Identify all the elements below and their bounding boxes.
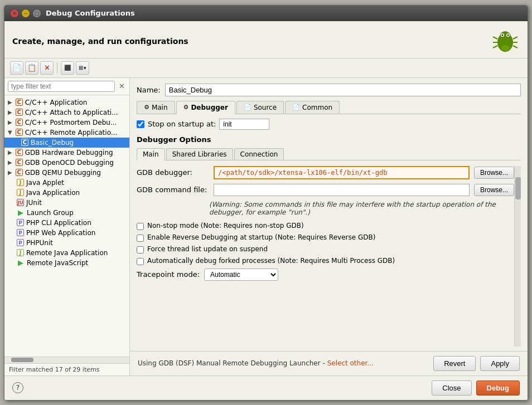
nonstop-checkbox[interactable] xyxy=(137,223,144,230)
tab-source-label: Source xyxy=(254,104,277,111)
c-icon: C xyxy=(16,169,23,176)
tracepoint-select[interactable]: Automatic Fast Tracepoint Normal Tracepo… xyxy=(204,269,278,281)
debug-button[interactable]: Debug xyxy=(476,380,520,396)
source-tab-icon: 📄 xyxy=(244,104,252,111)
v-scroll-thumb[interactable] xyxy=(515,177,521,199)
list-item-basic-debug[interactable]: C Basic_Debug xyxy=(4,138,129,148)
filter-clear-button[interactable]: ✕ xyxy=(117,82,126,91)
list-item[interactable]: ▶ C C/C++ Attach to Applicati... xyxy=(4,108,129,118)
h-scroll-thumb[interactable] xyxy=(11,358,33,362)
collapse-arrow: ▶ xyxy=(8,109,12,115)
config-name-input[interactable] xyxy=(165,84,521,96)
gdb-command-file-input[interactable] xyxy=(214,184,470,196)
close-button[interactable]: Close xyxy=(432,380,471,396)
list-item[interactable]: J Java Applet xyxy=(4,178,129,188)
list-item[interactable]: P PHP CLI Application xyxy=(4,218,129,228)
tab-common-label: Common xyxy=(302,104,332,111)
new-config-button[interactable]: 📄 xyxy=(10,61,23,75)
svg-line-8 xyxy=(493,46,497,48)
reverse-debug-option: Enable Reverse Debugging at startup (Not… xyxy=(137,233,514,242)
list-item[interactable]: ▶ Remote JavaScript xyxy=(4,258,129,268)
svg-line-6 xyxy=(493,37,497,39)
delete-config-button[interactable]: ✕ xyxy=(40,61,54,75)
svg-point-12 xyxy=(501,45,510,51)
right-panel-outer: Name: ⚙ Main ⚙ Debugger 📄 Source xyxy=(130,78,528,375)
nonstop-option: Non-stop mode (Note: Requires non-stop G… xyxy=(137,222,514,230)
minimize-window-button[interactable]: − xyxy=(21,9,30,18)
bottom-info: Using GDB (DSF) Manual Remote Debugging … xyxy=(138,359,429,367)
stop-on-startup-checkbox[interactable] xyxy=(137,120,144,128)
item-label: GDB OpenOCD Debugging xyxy=(25,159,114,167)
window-controls: ✕ − □ xyxy=(10,9,41,18)
main-content: ✕ ▶ C C/C++ Application ▶ C C/C++ Attach… xyxy=(4,78,528,375)
inner-tab-connection[interactable]: Connection xyxy=(234,148,284,160)
inner-tab-connection-label: Connection xyxy=(240,150,278,158)
maximize-window-button[interactable]: □ xyxy=(32,9,41,18)
reverse-debug-label: Enable Reverse Debugging at startup (Not… xyxy=(147,233,375,241)
item-label: GDB Hardware Debugging xyxy=(25,149,113,157)
java-icon: J xyxy=(17,249,24,256)
forked-processes-option: Automatically debug forked processes (No… xyxy=(137,257,514,265)
inner-tabs: Main Shared Libraries Connection xyxy=(137,148,521,160)
help-button[interactable]: ? xyxy=(12,382,23,393)
inner-tab-shared-libraries-label: Shared Libraries xyxy=(172,150,227,158)
list-item-java-application[interactable]: J Java Application xyxy=(4,188,129,198)
svg-point-5 xyxy=(507,34,509,36)
inner-tab-main-label: Main xyxy=(143,150,159,158)
launch-icon: ▶ xyxy=(17,209,25,217)
list-item[interactable]: P PHP Web Application xyxy=(4,228,129,238)
stop-on-startup-row: Stop on startup at: xyxy=(137,119,521,130)
svg-point-4 xyxy=(502,34,504,36)
list-item[interactable]: ▶ Launch Group xyxy=(4,208,129,218)
force-thread-checkbox[interactable] xyxy=(137,246,144,253)
list-item[interactable]: JU JUnit xyxy=(4,198,129,208)
stop-on-startup-input[interactable] xyxy=(219,119,269,130)
filter-input[interactable] xyxy=(8,81,115,92)
list-item[interactable]: ▶ C GDB QEMU Debugging xyxy=(4,168,129,178)
tab-common[interactable]: 📄 Common xyxy=(285,101,340,114)
duplicate-config-button[interactable]: 📋 xyxy=(25,61,38,75)
revert-button[interactable]: Revert xyxy=(433,356,476,371)
tab-main[interactable]: ⚙ Main xyxy=(137,101,175,114)
list-item-remote-java[interactable]: J Remote Java Application xyxy=(4,248,129,258)
tab-source[interactable]: 📄 Source xyxy=(236,101,284,114)
warning-text: (Warning: Some commands in this file may… xyxy=(137,201,514,216)
name-label: Name: xyxy=(137,86,161,94)
apply-button[interactable]: Apply xyxy=(480,356,520,371)
left-panel: ✕ ▶ C C/C++ Application ▶ C C/C++ Attach… xyxy=(4,78,130,375)
list-item[interactable]: ▶ C C/C++ Application xyxy=(4,97,129,108)
forked-processes-checkbox[interactable] xyxy=(137,258,144,265)
c-icon: C xyxy=(16,119,23,126)
inner-tab-main[interactable]: Main xyxy=(137,148,165,160)
list-item[interactable]: P PHPUnit xyxy=(4,238,129,248)
gdb-debugger-browse-button[interactable]: Browse... xyxy=(474,167,514,179)
list-item[interactable]: ▼ C C/C++ Remote Applicatio... xyxy=(4,128,129,138)
debugger-tab-icon: ⚙ xyxy=(183,104,189,111)
gdb-command-file-browse-button[interactable]: Browse... xyxy=(474,184,514,196)
list-item[interactable]: ▶ C GDB OpenOCD Debugging xyxy=(4,158,129,168)
java-icon: J xyxy=(17,179,24,186)
tab-debugger[interactable]: ⚙ Debugger xyxy=(176,101,235,114)
horizontal-scrollbar[interactable] xyxy=(4,357,129,363)
gdb-debugger-input[interactable] xyxy=(214,166,470,179)
list-item[interactable]: ▶ C GDB Hardware Debugging xyxy=(4,148,129,158)
gdb-debugger-label: GDB debugger: xyxy=(137,168,209,177)
svg-line-9 xyxy=(513,37,518,39)
vertical-scrollbar[interactable] xyxy=(514,166,521,347)
delete-icon: ✕ xyxy=(44,64,50,72)
inner-tab-shared-libraries[interactable]: Shared Libraries xyxy=(166,148,233,160)
close-window-button[interactable]: ✕ xyxy=(10,9,19,18)
select-other-link[interactable]: Select other... xyxy=(327,359,374,367)
debug-configurations-dialog: ✕ − □ Debug Configurations Create, manag… xyxy=(4,5,528,401)
expand-all-button[interactable]: ⊞ ▾ xyxy=(76,61,89,75)
item-label: PHP CLI Application xyxy=(26,219,91,227)
outer-tabs: ⚙ Main ⚙ Debugger 📄 Source 📄 Common xyxy=(137,101,521,114)
list-item[interactable]: ▶ C C/C++ Postmortem Debu... xyxy=(4,118,129,128)
collapse-icon: ⬛ xyxy=(64,65,71,71)
c-icon: C xyxy=(16,109,23,116)
c-icon: C xyxy=(16,149,23,156)
java-icon: J xyxy=(17,189,24,196)
reverse-debug-checkbox[interactable] xyxy=(137,235,144,242)
collapse-all-button[interactable]: ⬛ xyxy=(61,61,74,75)
common-tab-icon: 📄 xyxy=(292,104,300,111)
